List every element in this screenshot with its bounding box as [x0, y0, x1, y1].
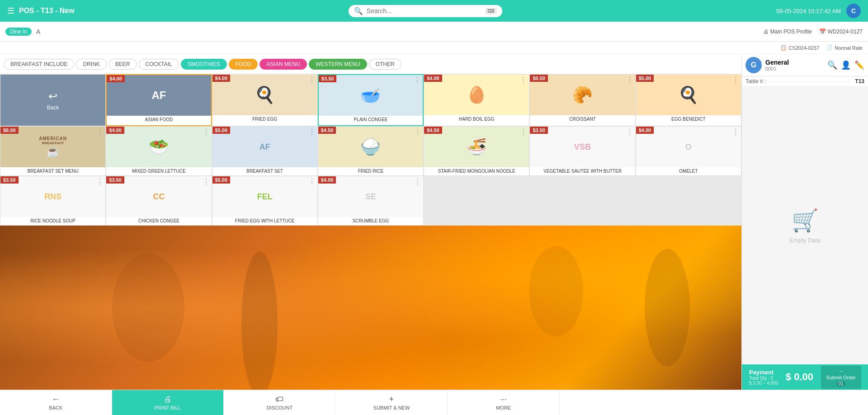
more-stir-fried[interactable]: ⋮ [520, 127, 527, 136]
name-fried-rice: FRIED RICE [318, 167, 423, 175]
back-arrow-icon: ↩ [48, 90, 57, 103]
payment-amount: $ 0.00 [786, 371, 813, 383]
back-button[interactable]: ↩ Back [0, 74, 106, 126]
price-breakfast-set: $5.00 [212, 127, 231, 134]
menu-item-stir-fried-mongolian[interactable]: $4.50 ⋮ 🍜 STAIR-FRIED MONGOLIAN NOODLE [424, 126, 529, 176]
submit-order-button[interactable]: → Submit Order 01 [821, 366, 861, 389]
payment-range: $ 3.00 ~ 4,000 [749, 381, 778, 386]
menu-item-scramble-egg[interactable]: $4.00 ⋮ SE SCRUMBLE EGG [318, 176, 424, 226]
name-breakfast-set: Breakfast set [212, 167, 317, 175]
right-panel-header: G General 0001 🔍 👤 ✏️ [742, 54, 868, 76]
menu-item-omelet[interactable]: $4.00 ⋮ O OMELET [636, 126, 741, 176]
add-customer-icon[interactable]: 👤 [841, 60, 851, 70]
user-avatar[interactable]: C [846, 4, 861, 18]
more-chicken-congee[interactable]: ⋮ [203, 177, 210, 186]
more-fried-rice[interactable]: ⋮ [414, 127, 421, 136]
menu-item-asian-food[interactable]: $4.00 ⋮ AF ASIAN FOOD [106, 74, 212, 126]
more-vsb[interactable]: ⋮ [626, 127, 633, 136]
more-fried-egg-lettuce[interactable]: ⋮ [308, 177, 316, 186]
back-nav-button[interactable]: ← BACK [0, 390, 112, 415]
back-nav-icon: ← [52, 395, 60, 404]
price-vsb: $3.50 [530, 127, 548, 134]
name-fried-egg: FRIED EGG [212, 115, 317, 123]
menu-item-egg-benedict[interactable]: $5.00 ⋮ 🍳 EGG BENEDICT [636, 74, 741, 126]
search-customer-icon[interactable]: 🔍 [827, 60, 837, 70]
menu-item-breakfast-set[interactable]: $5.00 ⋮ AF Breakfast set [212, 126, 318, 176]
print-label: PRINT BILL [155, 405, 181, 410]
discount-button[interactable]: 🏷 DISCOUNT [224, 390, 336, 415]
more-plain-congee[interactable]: ⋮ [414, 76, 421, 85]
more-rice-noodle[interactable]: ⋮ [96, 177, 104, 186]
search-input[interactable] [367, 7, 481, 14]
table-info: Table # : T13 [742, 76, 868, 87]
dine-in-badge[interactable]: Dine In [5, 28, 32, 36]
tab-asian-menu[interactable]: ASIAN MENU [259, 59, 307, 70]
tab-other[interactable]: OTHER [369, 59, 401, 70]
customer-info: G General 0001 [745, 57, 789, 73]
submit-new-icon: + [389, 395, 394, 404]
price-fried-egg-lettuce: $5.00 [212, 176, 231, 184]
translate-icon[interactable]: A [36, 28, 40, 35]
name-rice-noodle: RICE NOODLE SOUP [0, 217, 105, 225]
bottom-bar: ← BACK 🖨 PRINT BILL 🏷 DISCOUNT + SUBMIT … [0, 390, 868, 415]
menu-grid: ↩ Back $4.00 ⋮ AF ASIAN FOOD $4.00 ⋮ [0, 74, 741, 226]
pos-profile-info: 🖨 Main POS Profile [763, 28, 812, 35]
menu-item-croissant[interactable]: $0.50 ⋮ 🥐 Croissant [529, 74, 635, 126]
more-button[interactable]: ··· MORE [448, 390, 560, 415]
price-breakfast-set-menu: $8.00 [0, 127, 19, 134]
menu-item-fried-rice[interactable]: $4.50 ⋮ 🍚 FRIED RICE [318, 126, 424, 176]
rate-info: 📄 Normal Rate [826, 45, 863, 51]
more-breakfast-set-menu[interactable]: ⋮ [96, 127, 104, 136]
right-panel-icons: 🔍 👤 ✏️ [827, 60, 864, 70]
table-label: Table # : [745, 78, 766, 85]
name-vsb: VEGETABLE SAUTEE WITH BUTTER [530, 167, 635, 175]
menu-item-mixed-green-lettuce[interactable]: $4.00 ⋮ 🥗 MIXED GREEN LETTUCE [106, 126, 212, 176]
name-scramble-egg: SCRUMBLE EGG [318, 217, 423, 225]
edit-customer-icon[interactable]: ✏️ [854, 60, 864, 70]
cs-info: 📋 CS2024-0237 [780, 45, 819, 51]
calendar-icon: 📅 [819, 28, 826, 35]
more-croissant[interactable]: ⋮ [626, 75, 633, 84]
menu-item-plain-congee[interactable]: $3.50 ⋮ 🥣 PLAIN CONGEE [318, 74, 424, 126]
submit-new-button[interactable]: + SUBMIT & NEW [336, 390, 448, 415]
menu-item-hard-boil-egg[interactable]: $4.00 ⋮ 🥚 HARD BOIL EGG [424, 74, 529, 126]
menu-item-vsb[interactable]: $3.50 ⋮ VSB VEGETABLE SAUTEE WITH BUTTER [529, 126, 635, 176]
menu-item-rice-noodle-soup[interactable]: $3.50 ⋮ RNS RICE NOODLE SOUP [0, 176, 106, 226]
more-icon: ··· [500, 395, 507, 404]
qty-badge: 01 [837, 381, 845, 386]
search-box: 🔍 ⌨ [349, 5, 502, 17]
total-qty: Total Qty : 0 [749, 376, 773, 381]
price-egg-benedict: $5.00 [636, 75, 654, 82]
menu-item-fried-egg[interactable]: $4.00 ⋮ 🍳 FRIED EGG [212, 74, 318, 126]
more-omelet[interactable]: ⋮ [732, 127, 739, 136]
tab-western-menu[interactable]: WESTERN MENU [309, 59, 367, 70]
tab-beer[interactable]: BEER [108, 59, 137, 70]
more-asian-food[interactable]: ⋮ [202, 76, 209, 85]
menu-item-fried-egg-lettuce[interactable]: $5.00 ⋮ FEL FRIED EGG WITH LETTUCE [212, 176, 318, 226]
more-breakfast-set[interactable]: ⋮ [308, 127, 316, 136]
svg-point-1 [241, 252, 278, 390]
tab-breakfast[interactable]: BREAKFAST INCLUDE [4, 59, 74, 70]
menu-item-breakfast-set-menu[interactable]: $8.00 ⋮ AMERICAN BREAKFAST ☕ BREAKFAST S… [0, 126, 106, 176]
print-bill-button[interactable]: 🖨 PRINT BILL [112, 390, 224, 415]
tab-drink[interactable]: DRINK [76, 59, 106, 70]
more-fried-egg[interactable]: ⋮ [308, 75, 316, 84]
tab-smoothies[interactable]: SMOOTHIES [181, 59, 227, 70]
more-hard-boil-egg[interactable]: ⋮ [520, 75, 527, 84]
tab-food[interactable]: FOOD [229, 59, 258, 70]
tab-cocktail[interactable]: COCKTAIL [139, 59, 179, 70]
more-scramble-egg[interactable]: ⋮ [414, 177, 421, 186]
menu-item-chicken-congee[interactable]: $3.50 ⋮ CC CHICKEN CONGEE [106, 176, 212, 226]
empty-cart-text: Empty Data [790, 237, 821, 244]
print-icon: 🖨 [164, 395, 172, 404]
more-mixed-green-lettuce[interactable]: ⋮ [203, 127, 210, 136]
payment-info: Payment Total Qty : 0 $ 3.00 ~ 4,000 [749, 369, 778, 386]
price-chicken-congee: $3.50 [106, 176, 124, 184]
name-chicken-congee: CHICKEN CONGEE [106, 217, 211, 225]
price-fried-rice: $4.50 [318, 127, 336, 134]
background-image [0, 226, 741, 390]
more-egg-benedict[interactable]: ⋮ [732, 75, 739, 84]
discount-icon: 🏷 [275, 395, 283, 404]
customer-id: 0001 [765, 66, 789, 71]
hamburger-icon[interactable]: ☰ [7, 6, 14, 16]
